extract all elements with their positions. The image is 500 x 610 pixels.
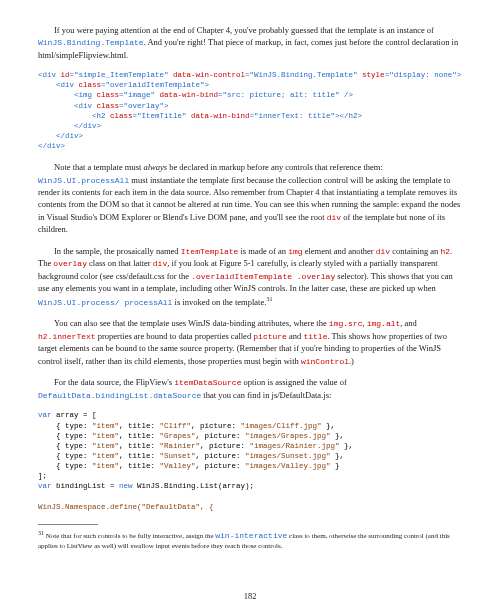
code-block-array: var array = [ { type: "item", title: "Cl…	[38, 410, 462, 511]
code-process-processall: WinJS.UI.process/ processAll	[38, 298, 172, 307]
text: that you can find in js/DefaultData.js:	[201, 390, 331, 400]
paragraph-3: In the sample, the prosaically named Ite…	[38, 245, 462, 309]
text: You can also see that the template uses …	[54, 318, 329, 328]
code-img-src: img.src	[329, 319, 363, 328]
code-wincontrol: winControl	[301, 357, 349, 366]
paragraph-5: For the data source, the FlipView's item…	[38, 376, 462, 401]
text: is invoked on the template.	[172, 297, 266, 307]
text: Note that for such controls to be fully …	[44, 532, 215, 540]
code-defaultdata-binding: DefaultData.bindingList.dataSource	[38, 391, 201, 400]
code-h2-innertext: h2.innerText	[38, 332, 96, 341]
footnote-31: 31 Note that for such controls to be ful…	[38, 529, 462, 552]
code-block-template: <div id="simple_ItemTemplate" data-win-c…	[38, 70, 462, 151]
paragraph-2: Note that a template must always be decl…	[38, 161, 462, 235]
footnote-separator	[38, 524, 98, 525]
paragraph-4: You can also see that the template uses …	[38, 317, 462, 367]
text: and	[287, 331, 304, 341]
footnote-ref-31: 31	[266, 296, 272, 302]
text: In the sample, the prosaically named	[54, 246, 181, 256]
page-number: 182	[0, 590, 500, 602]
code-div: div	[327, 213, 341, 222]
text: If you were paying attention at the end …	[54, 25, 434, 35]
text: For the data source, the FlipView's	[54, 377, 174, 387]
code-img-alt: img.alt	[367, 319, 401, 328]
text: Note that a template must	[54, 162, 143, 172]
code-itemtemplate: ItemTemplate	[181, 247, 239, 256]
italic-always: always	[143, 162, 167, 172]
text: is made of an	[238, 246, 288, 256]
text: option is assigned the value of	[241, 377, 346, 387]
text: properties are bound to data properties …	[96, 331, 254, 341]
paragraph-1: If you were paying attention at the end …	[38, 24, 462, 61]
code-overlaid-selector: .overlaidItemTemplate .overlay	[191, 272, 335, 281]
text: .)	[349, 356, 354, 366]
code-div: div	[153, 259, 167, 268]
code-win-interactive: win-interactive	[215, 531, 287, 540]
code-processall: WinJS.UI.processAll	[38, 176, 129, 185]
code-div: div	[376, 247, 390, 256]
code-h2: h2	[440, 247, 450, 256]
code-title: title	[303, 332, 327, 341]
text: class on that latter	[87, 258, 153, 268]
text: containing an	[390, 246, 440, 256]
code-winjs-binding-template: WinJS.Binding.Template	[38, 38, 144, 47]
text: , and	[400, 318, 417, 328]
text: element and another	[303, 246, 376, 256]
code-overlay: overlay	[53, 259, 87, 268]
code-picture: picture	[253, 332, 287, 341]
text: be declared in markup before any control…	[167, 162, 383, 172]
code-img: img	[288, 247, 302, 256]
code-itemdatasource: itemDataSource	[174, 378, 241, 387]
